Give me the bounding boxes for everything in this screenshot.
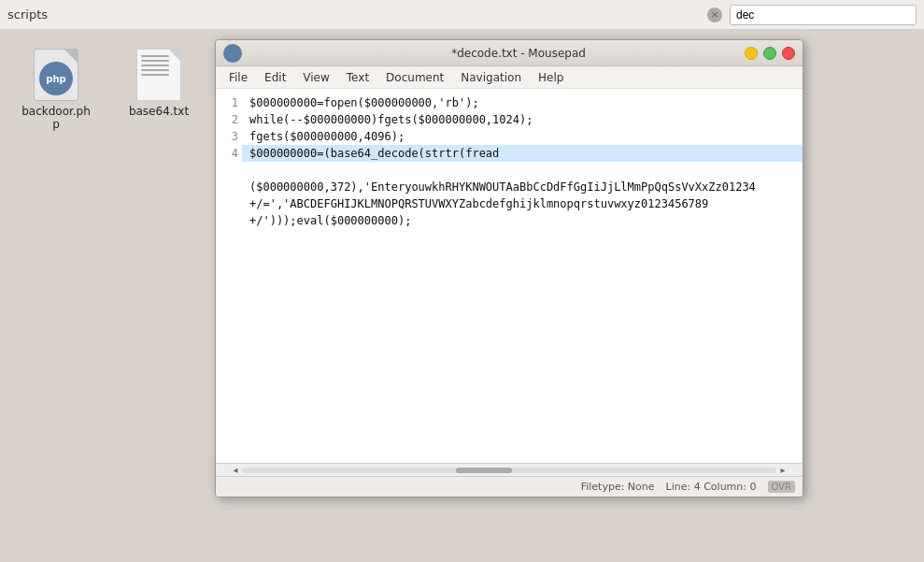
code-line-1: $000000000=fopen($000000000,'rb'); while…	[249, 96, 533, 143]
code-editor[interactable]: $000000000=fopen($000000000,'rb'); while…	[242, 89, 803, 463]
code-line-4-highlighted: $000000000=(base64_decode(strtr(fread	[242, 145, 803, 162]
ovr-badge: OVR	[768, 481, 795, 493]
editor-statusbar: Filetype: None Line: 4 Column: 0 OVR	[216, 476, 803, 497]
file-label-base64: base64.txt	[129, 105, 189, 118]
editor-window: *decode.txt - Mousepad File Edit View Te…	[215, 39, 803, 497]
menu-text[interactable]: Text	[339, 69, 377, 86]
fm-close-button[interactable]: ×	[707, 7, 722, 22]
position-label: Line: 4 Column: 0	[666, 481, 757, 493]
editor-content[interactable]: 1 2 3 4 $000000000=fopen($000000000,'rb'…	[216, 89, 803, 463]
editor-icon	[223, 44, 242, 63]
editor-scrollbar[interactable]: ◂ ▸	[216, 463, 803, 476]
menu-navigation[interactable]: Navigation	[453, 69, 529, 86]
menu-edit[interactable]: Edit	[257, 69, 293, 86]
editor-titlebar: *decode.txt - Mousepad	[216, 40, 803, 66]
editor-title: *decode.txt - Mousepad	[242, 47, 795, 60]
txt-file-icon-base64	[136, 49, 181, 101]
titlebar-controls	[745, 47, 795, 60]
scrollbar-track[interactable]	[242, 468, 776, 473]
minimize-button[interactable]	[745, 47, 758, 60]
fm-desktop: php backdoor.php base64.txt	[0, 30, 924, 562]
scrollbar-thumb[interactable]	[456, 468, 512, 473]
file-icon-base64[interactable]: base64.txt	[121, 49, 196, 118]
php-file-icon: php	[34, 49, 78, 101]
code-line-5: ($000000000,372),'EnteryouwkhRHYKNWOUTAa…	[249, 180, 756, 227]
menu-help[interactable]: Help	[531, 69, 571, 86]
menu-file[interactable]: File	[221, 69, 255, 86]
menu-view[interactable]: View	[295, 69, 336, 86]
line-numbers: 1 2 3 4	[216, 89, 242, 463]
maximize-button[interactable]	[763, 47, 776, 60]
php-badge: php	[39, 62, 73, 95]
menu-document[interactable]: Document	[378, 69, 451, 86]
fm-title: scripts	[7, 7, 707, 22]
file-manager-topbar: scripts ×	[0, 0, 924, 30]
filetype-label: Filetype: None	[581, 481, 655, 493]
file-icon-backdoor[interactable]: php backdoor.php	[19, 49, 93, 131]
scroll-left-button[interactable]: ◂	[229, 464, 242, 477]
close-button[interactable]	[782, 47, 795, 60]
file-label-backdoor: backdoor.php	[19, 105, 93, 131]
fm-search-input[interactable]	[730, 5, 917, 25]
editor-menubar: File Edit View Text Document Navigation …	[216, 66, 803, 89]
scroll-right-button[interactable]: ▸	[776, 464, 789, 477]
